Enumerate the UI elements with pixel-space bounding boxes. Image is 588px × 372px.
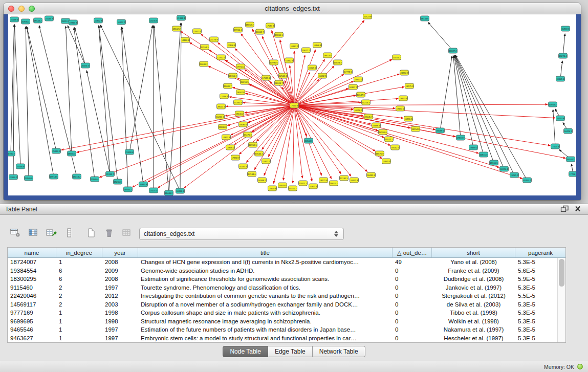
network-node[interactable]: 19081 7 bbox=[224, 83, 232, 89]
table-row[interactable]: 911546021997Tourette syndrome. Phenomeno… bbox=[8, 283, 557, 292]
network-node[interactable]: 18134 6 bbox=[421, 16, 429, 21]
table-selector-combobox[interactable]: citations_edges.txt bbox=[139, 228, 344, 240]
scrollbar-thumb[interactable] bbox=[559, 259, 564, 287]
network-node[interactable]: 19914 4 bbox=[234, 27, 243, 32]
network-edge[interactable] bbox=[201, 34, 294, 105]
new-table-icon[interactable] bbox=[84, 228, 98, 240]
network-node[interactable]: 16344 2 bbox=[567, 157, 575, 162]
table-row[interactable]: 969969511998Structural magnetic resonanc… bbox=[8, 317, 557, 326]
network-node[interactable]: 17085 2 bbox=[262, 75, 271, 80]
network-edge[interactable] bbox=[252, 29, 294, 105]
zoom-window-button[interactable] bbox=[29, 6, 35, 12]
network-edge[interactable] bbox=[455, 55, 504, 169]
network-node[interactable]: 19861 6 bbox=[275, 32, 284, 37]
network-node[interactable]: 22690 2 bbox=[9, 174, 18, 180]
network-node[interactable]: 18771 6 bbox=[319, 178, 328, 183]
show-columns-icon[interactable] bbox=[26, 228, 40, 240]
network-node[interactable]: 21351 2 bbox=[229, 73, 237, 78]
table-row[interactable]: 946554611997Estimation of the future num… bbox=[8, 325, 557, 334]
network-node[interactable]: 20365 8 bbox=[139, 182, 148, 187]
network-node[interactable]: 16625 2 bbox=[308, 65, 317, 70]
network-node[interactable]: 18080 7 bbox=[239, 122, 248, 127]
network-edge[interactable] bbox=[61, 105, 294, 150]
network-node[interactable]: 15824 3 bbox=[334, 60, 342, 65]
network-node[interactable]: 16675 8 bbox=[376, 151, 384, 156]
network-edge[interactable] bbox=[27, 27, 54, 177]
table-row[interactable]: 946362711997Embryonic stem cells: a mode… bbox=[8, 334, 557, 343]
network-edge[interactable] bbox=[27, 27, 56, 151]
table-row[interactable]: 2242004622012Investigating the contribut… bbox=[8, 292, 557, 300]
network-node[interactable]: 10213 8 bbox=[556, 116, 565, 121]
network-node[interactable]: 19013 2 bbox=[73, 174, 81, 179]
network-node[interactable]: 25160 5 bbox=[52, 148, 61, 154]
network-node[interactable]: 25046 6 bbox=[16, 164, 25, 169]
network-node[interactable]: 18265 3 bbox=[114, 179, 122, 184]
network-node[interactable]: 10995 6 bbox=[270, 60, 278, 65]
network-edge[interactable] bbox=[293, 105, 294, 183]
network-edge[interactable] bbox=[14, 25, 20, 166]
panel-splitter-handle[interactable] bbox=[292, 201, 295, 203]
network-edge[interactable] bbox=[294, 105, 499, 167]
network-node[interactable]: 13216 4 bbox=[362, 100, 371, 105]
network-node[interactable]: 16687 2 bbox=[449, 48, 458, 53]
network-node[interactable]: 21090 4 bbox=[125, 149, 134, 155]
network-edge[interactable] bbox=[122, 27, 143, 184]
network-node[interactable]: 17476 3 bbox=[244, 132, 252, 137]
network-edge[interactable] bbox=[154, 26, 169, 193]
network-node[interactable]: 15945 4 bbox=[382, 159, 391, 164]
network-node[interactable]: 16936 6 bbox=[176, 188, 185, 193]
network-node[interactable]: 25906 1 bbox=[21, 19, 30, 24]
network-node[interactable]: 32014 7 bbox=[275, 80, 284, 85]
column-header-name[interactable]: name bbox=[8, 248, 56, 257]
import-table-icon[interactable] bbox=[120, 228, 134, 240]
table-row[interactable]: 1872400712008Changes of HCN gene express… bbox=[8, 258, 557, 267]
network-edge[interactable] bbox=[74, 28, 95, 179]
network-node[interactable]: 18161 6 bbox=[490, 160, 498, 165]
network-node[interactable]: 18039 5 bbox=[436, 128, 445, 133]
network-node[interactable]: 20216 5 bbox=[241, 79, 249, 84]
network-node[interactable]: 19154 2 bbox=[396, 106, 405, 111]
network-node[interactable]: 16959 6 bbox=[249, 142, 257, 147]
network-node[interactable]: 18367 8 bbox=[236, 90, 245, 95]
close-panel-icon[interactable] bbox=[573, 205, 583, 214]
vertical-scrollbar[interactable] bbox=[557, 258, 565, 342]
table-row[interactable]: 1830029562008Estimation of significance … bbox=[8, 275, 557, 283]
network-node[interactable]: 19012 2 bbox=[302, 48, 311, 53]
column-header-year[interactable]: year bbox=[102, 248, 138, 257]
network-edge[interactable] bbox=[75, 28, 85, 65]
create-column-icon[interactable] bbox=[44, 228, 58, 240]
network-node[interactable]: 19965 3 bbox=[69, 20, 78, 25]
network-node[interactable]: 16970 4 bbox=[500, 166, 509, 171]
network-node[interactable]: 14474 1 bbox=[564, 128, 573, 134]
network-node[interactable]: 19413 6 bbox=[399, 96, 408, 101]
network-node[interactable]: 16301 3 bbox=[309, 184, 318, 189]
network-node[interactable]: 22872 6 bbox=[193, 29, 202, 34]
network-node[interactable]: 20211 5 bbox=[61, 18, 70, 24]
network-node[interactable]: 18440 2 bbox=[165, 190, 173, 195]
network-node[interactable]: 25905 8 bbox=[25, 176, 33, 181]
network-edge[interactable] bbox=[68, 26, 85, 65]
tab-edge-table[interactable]: Edge Table bbox=[268, 346, 313, 357]
network-edge[interactable] bbox=[121, 27, 128, 189]
network-node[interactable]: 21173 8 bbox=[210, 37, 219, 42]
network-node[interactable]: 19106 2 bbox=[235, 111, 244, 116]
network-node[interactable]: 19611 2 bbox=[330, 181, 338, 186]
network-node[interactable]: 92450 2 bbox=[523, 178, 532, 183]
table-row[interactable]: 977716911998Corpus callosum shape and si… bbox=[8, 309, 557, 317]
network-node[interactable]: 14955 6 bbox=[379, 129, 387, 135]
network-node[interactable]: 26920 2 bbox=[124, 187, 133, 192]
network-edge[interactable] bbox=[294, 104, 548, 105]
network-node[interactable]: 16307 5 bbox=[349, 84, 358, 90]
column-header-in_degree[interactable]: in_degree bbox=[56, 248, 102, 257]
network-node[interactable]: 24785 3 bbox=[8, 151, 15, 156]
network-edge[interactable] bbox=[99, 26, 110, 174]
network-node[interactable]: 12191 5 bbox=[340, 176, 349, 181]
network-node[interactable]: 19577 2 bbox=[385, 137, 394, 142]
network-node[interactable]: 18602 2 bbox=[172, 26, 181, 31]
network-edge[interactable] bbox=[169, 23, 181, 193]
network-node[interactable]: 17551 2 bbox=[289, 186, 297, 191]
network-node[interactable]: 17914 6 bbox=[50, 174, 58, 179]
network-node[interactable]: 16933 4 bbox=[278, 183, 287, 188]
network-node[interactable]: 12021 4 bbox=[149, 188, 158, 193]
network-node[interactable]: 15082 5 bbox=[318, 73, 327, 78]
